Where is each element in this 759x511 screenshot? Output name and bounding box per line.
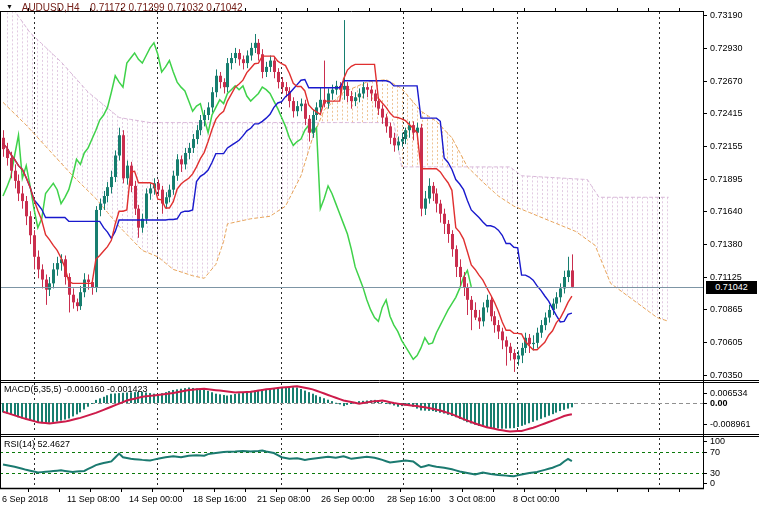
time-axis-label: 3 Oct 08:00 xyxy=(449,494,496,504)
macd-axis-label: 0.006534 xyxy=(710,388,748,398)
symbol-dropdown-icon[interactable]: ▼ xyxy=(6,3,13,10)
price-axis-label: 0.70605 xyxy=(710,337,743,347)
rsi-axis-label: 70 xyxy=(710,447,720,457)
time-axis-label: 8 Oct 00:00 xyxy=(513,494,560,504)
rsi-axis-label: 100 xyxy=(710,436,725,446)
time-axis-label: 6 Sep 2018 xyxy=(2,494,48,504)
ohlc-values-label: 0.71172 0.71299 0.71032 0.71042 xyxy=(90,2,242,13)
rsi-indicator-label: RSI(14) 52.4627 xyxy=(4,439,70,449)
chart-window: ▼ AUDUSD,H4 0.71172 0.71299 0.71032 0.71… xyxy=(0,0,759,511)
time-axis-label: 26 Sep 00:00 xyxy=(321,494,375,504)
chart-canvas[interactable] xyxy=(0,0,759,511)
price-axis-label: 0.72670 xyxy=(710,76,743,86)
price-axis-label: 0.71640 xyxy=(710,206,743,216)
rsi-axis-label: 30 xyxy=(710,468,720,478)
macd-axis-label: 0.00 xyxy=(710,398,728,408)
price-axis-label: 0.72155 xyxy=(710,141,743,151)
current-price-badge: 0.71042 xyxy=(706,281,757,294)
price-axis-label: 0.71895 xyxy=(710,174,743,184)
symbol-period-label: AUDUSD,H4 xyxy=(22,2,80,13)
time-axis-label: 11 Sep 08:00 xyxy=(67,494,120,504)
price-axis-label: 0.72930 xyxy=(710,43,743,53)
price-axis-label: 0.70350 xyxy=(710,370,743,380)
chart-title-row: ▼ AUDUSD,H4 0.71172 0.71299 0.71032 0.71… xyxy=(4,2,242,14)
rsi-axis-label: 0 xyxy=(710,478,715,488)
price-axis-label: 0.73190 xyxy=(710,10,743,20)
macd-indicator-label: MACD(5,35,5) -0.000160 -0.001423 xyxy=(4,384,148,394)
price-axis-label: 0.71380 xyxy=(710,239,743,249)
price-axis-label: 0.72415 xyxy=(710,108,743,118)
time-axis-label: 28 Sep 16:00 xyxy=(387,494,441,504)
time-axis-label: 14 Sep 00:00 xyxy=(129,494,183,504)
price-axis-label: 0.70865 xyxy=(710,304,743,314)
time-axis-label: 21 Sep 08:00 xyxy=(257,494,311,504)
time-axis-label: 18 Sep 16:00 xyxy=(193,494,247,504)
macd-axis-label: -0.008961 xyxy=(710,419,751,429)
